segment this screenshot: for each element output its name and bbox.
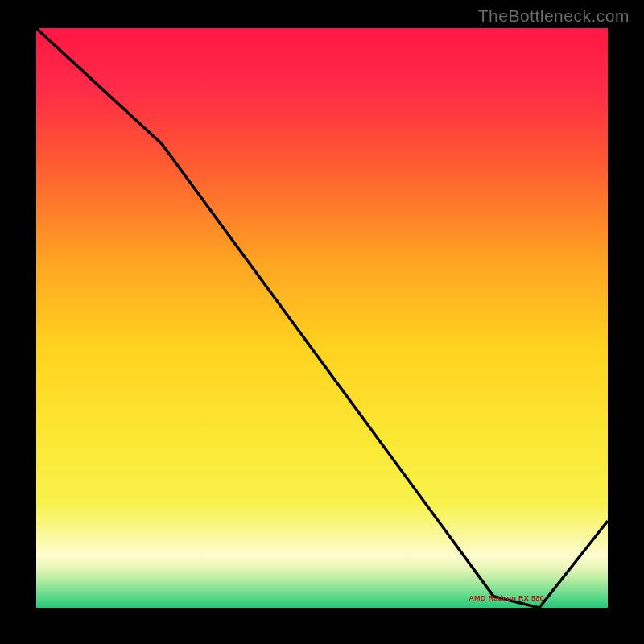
plot-area: AMD Radeon RX 580 [36, 28, 608, 608]
chart-svg [36, 28, 608, 608]
attribution-text: TheBottleneck.com [478, 6, 630, 26]
gradient-background [36, 28, 608, 608]
